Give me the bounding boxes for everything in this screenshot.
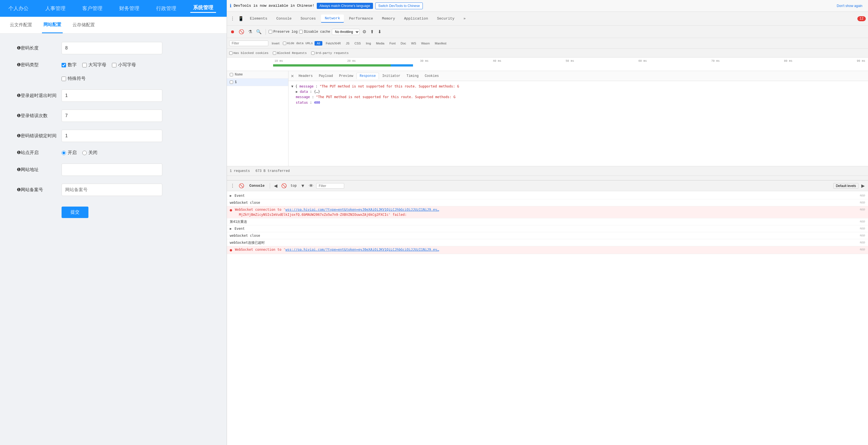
close-detail-button[interactable]: ✕ [291,74,294,78]
detail-tab-payload[interactable]: Payload [316,73,336,79]
filter-type-all[interactable]: All [314,41,322,45]
preserve-log-label[interactable]: Preserve log [269,30,298,34]
sub-website-config[interactable]: 网站配置 [42,17,63,33]
checkbox-uppercase-input[interactable] [82,63,87,67]
website-icp-input[interactable] [62,184,162,196]
record-icon[interactable]: ⏺ [229,28,236,35]
filter-icon[interactable]: ⚗ [247,28,253,35]
checkbox-special[interactable]: 特殊符号 [62,76,86,81]
tab-application[interactable]: Application [400,15,432,22]
has-blocked-cookies-label[interactable]: Has blocked cookies [229,52,268,55]
console-chevron-icon[interactable]: ▼ [300,182,306,190]
blocked-requests-label[interactable]: Blocked Requests [273,52,307,55]
horizontal-scrollbar[interactable] [227,175,868,180]
console-filter-input[interactable] [316,183,344,189]
detail-tab-initiator[interactable]: Initiator [379,73,403,79]
radio-close-input[interactable] [82,151,87,155]
throttling-select[interactable]: No throttling [332,29,360,35]
console-clear-icon[interactable]: 🚫 [238,182,245,190]
hide-data-urls-label[interactable]: Hide data URLs [283,42,313,45]
devtools-menu-icon[interactable]: ⋮ [229,15,236,22]
blocked-requests-checkbox[interactable] [273,52,276,55]
filter-type-img[interactable]: Img [364,41,372,45]
checkbox-lowercase-input[interactable] [112,63,116,67]
login-error-input[interactable] [62,110,162,122]
network-settings-icon[interactable]: ⚙ [361,28,367,35]
hide-data-urls-checkbox[interactable] [283,42,286,45]
tab-elements[interactable]: Elements [246,15,271,22]
website-url-input[interactable] [62,164,162,176]
nav-personal[interactable]: 个人办公 [6,5,31,12]
tab-network[interactable]: Network [321,14,344,23]
nav-hr[interactable]: 人事管理 [42,5,68,12]
password-lock-input[interactable] [62,130,162,142]
console-chevron-right-icon[interactable]: ▶ [860,182,866,190]
tab-sources[interactable]: Sources [297,15,320,22]
checkbox-uppercase[interactable]: 大写字母 [82,62,106,68]
filter-input[interactable] [229,40,268,46]
tab-memory[interactable]: Memory [378,15,399,22]
third-party-requests-label[interactable]: 3rd-party requests [311,52,349,55]
clear-icon[interactable]: 🚫 [238,28,245,35]
detail-tab-headers[interactable]: Headers [296,73,315,79]
ws-url-link-1[interactable]: wss://oa.hiviai.com/?type=ent&token=eyJ0… [285,208,439,212]
expand-arrow-1[interactable]: ▼ [291,84,293,88]
radio-open[interactable]: 开启 [62,150,77,156]
devtools-device-icon[interactable]: 📱 [237,15,245,22]
expand-event-2[interactable]: ▶ [230,226,232,231]
third-party-requests-checkbox[interactable] [311,52,314,55]
expand-event-1[interactable]: ▶ [230,193,232,198]
console-menu-icon[interactable]: ⋮ [229,182,236,190]
switch-devtools-button[interactable]: Switch DevTools to Chinese [375,2,423,9]
radio-open-input[interactable] [62,151,66,155]
console-back-icon[interactable]: ◀ [273,182,278,190]
sub-cloud-storage[interactable]: 云存储配置 [71,17,96,33]
login-timeout-input[interactable] [62,90,162,102]
filter-type-manifest[interactable]: Manifest [433,41,448,45]
tab-more[interactable]: » [460,15,469,22]
filter-type-js[interactable]: JS [344,41,351,45]
always-match-button[interactable]: Always match Chrome's language [317,3,373,9]
default-levels-button[interactable]: Default levels [833,183,859,189]
detail-tab-timing[interactable]: Timing [404,73,422,79]
ws-url-link-2[interactable]: wss://oa.hiviai.com/?type=ent&token=eyJ0… [285,248,439,251]
nav-admin[interactable]: 行政管理 [153,5,179,12]
disable-cache-label[interactable]: Disable cache [299,30,330,34]
detail-tab-preview[interactable]: Preview [336,73,356,79]
detail-tab-response[interactable]: Response [356,73,379,79]
checkbox-digit[interactable]: 数字 [62,62,77,68]
import-icon[interactable]: ⬆ [369,28,375,35]
checkbox-special-input[interactable] [62,77,66,81]
nav-customer[interactable]: 客户管理 [80,5,105,12]
nav-finance[interactable]: 财务管理 [116,5,142,12]
dont-show-button[interactable]: Don't show again [834,3,865,9]
password-length-input[interactable] [62,42,162,54]
preserve-log-checkbox[interactable] [269,30,272,34]
export-icon[interactable]: ⬇ [377,28,382,35]
tab-performance[interactable]: Performance [345,15,377,22]
radio-close[interactable]: 关闭 [82,150,97,156]
detail-tab-cookies[interactable]: Cookies [422,73,441,79]
filter-type-css[interactable]: CSS [353,41,363,45]
request-row-1-checkbox[interactable] [230,80,233,84]
filter-type-wasm[interactable]: Wasm [420,41,432,45]
nav-system[interactable]: 系统管理 [190,4,216,13]
console-block-icon[interactable]: 🚫 [280,182,288,190]
disable-cache-checkbox[interactable] [299,30,303,34]
tab-console[interactable]: Console [272,15,296,22]
checkbox-digit-input[interactable] [62,63,66,67]
submit-button[interactable]: 提交 [62,207,88,218]
expand-arrow-2[interactable]: ▶ [296,90,298,94]
has-blocked-cookies-checkbox[interactable] [229,52,232,55]
console-eye-icon[interactable]: 👁 [308,182,314,190]
filter-type-doc[interactable]: Doc [399,41,408,45]
sub-cloud-file[interactable]: 云文件配置 [8,17,34,33]
filter-type-ws[interactable]: WS [409,41,418,45]
checkbox-lowercase[interactable]: 小写字母 [112,62,136,68]
search-icon[interactable]: 🔍 [255,28,263,35]
filter-type-font[interactable]: Font [388,41,397,45]
filter-type-fetch[interactable]: Fetch/XHR [324,41,342,45]
request-row-1[interactable]: 1 [227,78,288,86]
invert-filter-button[interactable]: Invert [270,41,281,45]
tab-security[interactable]: Security [433,15,458,22]
